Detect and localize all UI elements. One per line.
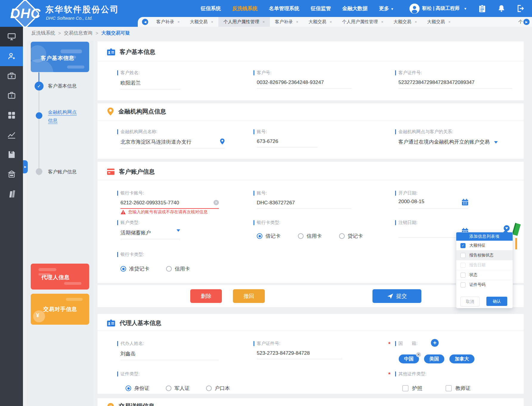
open-date-field[interactable]: 2000-08-15 [398,199,468,209]
withdraw-button[interactable]: 撤回 [233,289,265,303]
checkbox-passport[interactable]: 护照 [402,385,422,392]
agent-id-field[interactable]: 523-2723-84729-84728 [257,350,342,359]
nav-credit-system[interactable]: 征信系统 [201,5,221,12]
step-customer-basic[interactable]: 客户基本信息 [48,83,77,89]
sidebar-item-transactions[interactable]: ¥ [0,66,23,86]
close-icon[interactable]: × [415,20,417,24]
account-no-field[interactable]: DHC-836727267 [257,200,351,209]
sidebar-expand-handle[interactable]: ▶ [23,160,28,173]
logout-icon[interactable] [516,5,524,13]
sidebar-item-alerts[interactable]: ! [0,86,23,105]
tag-china[interactable]: 中国✕ [399,354,419,363]
radio-credit[interactable]: 信用卡 [166,265,190,272]
column-config-toggle[interactable] [504,225,510,231]
radio-debit-card[interactable]: 借记卡 [257,233,281,239]
breadcrumb-item[interactable]: 反洗钱系统 [31,30,55,36]
counterparty-info-card[interactable]: ¥ 交易对手信息 [31,294,89,325]
popup-option-certificate-no[interactable]: 证件号码 [456,280,513,290]
nav-credit-supervision[interactable]: 征信监管 [311,5,331,12]
nav-more[interactable]: 更多▼ [379,5,394,12]
account-type-select[interactable]: 活期储蓄账户 [120,229,180,239]
map-pin-icon[interactable] [220,139,225,145]
step-done-check-icon[interactable]: ✓ [35,82,44,91]
popup-cancel-button[interactable]: 取消 [460,297,480,307]
nav-list-management[interactable]: 名单管理系统 [269,5,299,12]
sidebar-item-modules[interactable] [0,105,23,125]
clear-input-icon[interactable]: ✕ [214,200,219,205]
customer-name-field[interactable]: 欧阳若兰 [120,80,180,89]
user-menu[interactable]: 靳松 | 高级工程师 ▼ [409,4,467,14]
tabs-scroll-right-icon[interactable]: ▶ [523,19,530,25]
popup-confirm-button[interactable]: 确认 [486,297,507,306]
close-icon[interactable]: × [262,20,265,24]
branch-name-field[interactable]: 北京市海淀区马连洼街道办支行 [120,139,225,148]
popup-option-status[interactable]: 状态 [456,270,513,280]
nav-aml-system[interactable]: 反洗钱系统 [232,5,258,12]
radio-label: 贷记卡 [348,233,363,239]
tab-item-truncated[interactable]: 个 [513,17,523,27]
close-icon[interactable]: × [381,20,383,24]
sidebar-item-directory[interactable] [0,184,23,204]
branch-account-field[interactable]: 673-6726 [257,139,318,147]
submit-button[interactable]: 提交 [372,289,421,303]
step-current-dot[interactable] [36,112,42,119]
close-icon[interactable]: × [448,20,451,24]
customer-id-field[interactable]: 523272384729847283472089347 [398,80,512,88]
close-icon[interactable]: × [177,20,180,24]
close-icon[interactable]: × [296,20,299,24]
radio-quasi-credit[interactable]: 准贷记卡 [120,265,149,272]
tab-item[interactable]: 个人用户属性管理× [337,17,389,27]
customer-no-field[interactable]: 0032-826796-2364248-93247 [257,80,352,88]
field-label: 客户姓名: [117,70,140,76]
radio-household-register[interactable]: 户口本 [206,385,230,392]
popup-option-large-amount-feature[interactable]: ✓ 大额特征 [456,241,513,250]
radio-quasi-credit-card[interactable]: 贷记卡 [339,233,363,239]
remove-tag-icon[interactable]: ✕ [416,352,421,357]
calendar-icon[interactable] [462,199,468,206]
radio-id-card[interactable]: 身份证 [126,385,149,392]
tab-item[interactable]: 大额交易× [185,17,219,27]
popup-option-report-check-status[interactable]: 报告校验状态 [456,250,513,260]
sidebar-item-dashboard[interactable] [0,27,23,46]
tag-canada[interactable]: 加拿大 [449,354,474,363]
close-icon[interactable]: × [330,20,332,24]
add-nationality-button[interactable]: + [431,339,439,347]
wizard-header-card[interactable]: 客户基本信息 [31,42,89,72]
radio-military-id[interactable]: 军人证 [166,385,190,392]
step-pending-dot[interactable] [36,168,42,175]
bell-icon[interactable] [497,5,505,13]
delete-button[interactable]: 删除 [190,289,222,303]
tab-item[interactable]: 客户补录× [151,17,185,27]
branch-relation-select[interactable]: 客户通过在境内金融机构开立的账户交易 [398,139,498,145]
step-account-info[interactable]: 客户账户信息 [48,169,77,175]
step-branch-info[interactable]: 金融机构网点 信息 [48,108,77,125]
breadcrumb-item[interactable]: 交易信息查询 [64,30,92,36]
agent-name-field[interactable]: 刘鑫岳 [120,350,219,360]
tab-item[interactable]: 大额交易× [303,17,337,27]
sidebar-item-analytics[interactable] [0,125,23,145]
sidebar-item-customer-entry[interactable] [0,46,23,66]
section-title: 交易详细信息 [119,402,154,406]
field-label: 开户日期: [395,190,417,196]
tab-item[interactable]: 客户补录× [270,17,304,27]
checkbox-teacher-id[interactable]: 教师证 [446,385,471,392]
tab-item[interactable]: 大额交易× [422,17,456,27]
tag-label: 中国 [404,356,414,362]
close-icon[interactable]: × [211,20,214,24]
sidebar-item-archive[interactable] [0,164,23,184]
bank-card-no-field[interactable]: 6212-2602-0993315-7740 ✕ [120,200,219,209]
agent-info-card[interactable]: 代理人信息 [31,264,89,290]
nav-big-data[interactable]: 金融大数据 [342,5,368,12]
section-title: 客户账户信息 [119,168,155,176]
sidebar-item-records[interactable] [0,145,23,164]
section-title: 客户基本信息 [120,48,155,56]
radio-credit-card[interactable]: 信用卡 [298,233,322,239]
clipboard-icon[interactable] [478,5,486,13]
tab-item[interactable]: 大额交易× [389,17,422,27]
tab-item-active[interactable]: 个人用户属性管理× [218,17,270,27]
required-asterisk: * [388,341,390,347]
tabs-scroll-left-icon[interactable]: ◀ [142,19,148,25]
tag-usa[interactable]: 美国 [424,354,444,363]
confirm-label: 确认 [493,299,501,304]
tab-label: 个人用户属性管理 [342,19,378,25]
